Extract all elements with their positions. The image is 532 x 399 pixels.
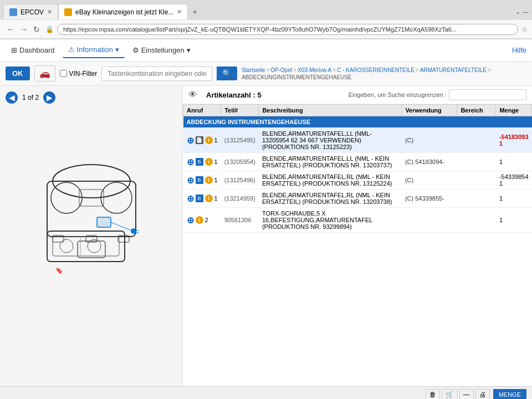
- cart-button[interactable]: 🛒: [442, 389, 458, 399]
- search-narrow: Eingeben, um Suche einzugrenzen :: [349, 89, 526, 100]
- tab-epcov-close[interactable]: ✕: [47, 8, 52, 16]
- row4-add-icon[interactable]: ⊕: [187, 193, 194, 204]
- row4-actions: ⊕ B i 1: [183, 190, 221, 208]
- row2-description: BLENDE,ARMATURENTAFEL,LL (NML - KEIN ERS…: [259, 153, 402, 171]
- svg-line-10: [111, 222, 133, 231]
- section-header-row: ABDECKUNG INSTRUMENTENGEHAEUSE: [183, 116, 532, 128]
- svg-text:C: C: [136, 229, 140, 234]
- trash-button[interactable]: 🗑: [426, 389, 440, 399]
- car-button[interactable]: 🚗: [34, 65, 55, 81]
- search-button[interactable]: 🔍: [217, 66, 237, 80]
- epcov-tab-icon: [9, 8, 17, 16]
- prev-page-button[interactable]: ◀: [6, 91, 18, 104]
- forward-button[interactable]: →: [18, 24, 30, 35]
- pagination: ◀ 1 of 2 ▶: [6, 91, 55, 104]
- svg-text:🔖: 🔖: [55, 267, 63, 274]
- table-row: ⊕ i 2 90561306 TORX-SCHRAUBE,5 X 16,BEFE…: [183, 208, 532, 233]
- new-tab-button[interactable]: +: [188, 5, 201, 18]
- bookmark-icon[interactable]: ☆: [521, 25, 528, 33]
- print-button[interactable]: 🖨: [475, 389, 490, 399]
- information-label: Information: [77, 45, 113, 54]
- row1-info-icon[interactable]: i: [205, 136, 213, 144]
- breadcrumb-opopel[interactable]: OP-Opel: [270, 67, 292, 73]
- tab-ebay[interactable]: eBay Kleinanzeigen ist jetzt Kle... ✕: [58, 4, 188, 19]
- svg-point-16: [60, 239, 73, 253]
- row2-verwendung: (C) 54183094-: [402, 153, 457, 171]
- toolbar: OK 🚗 VIN-Filter 🔍 Startseite > OP-Opel >…: [0, 62, 532, 86]
- next-page-button[interactable]: ▶: [43, 91, 55, 104]
- row2-doc-icon[interactable]: B: [196, 158, 203, 166]
- section-header: ABDECKUNG INSTRUMENTENGEHAEUSE: [183, 116, 532, 128]
- row4-info-icon[interactable]: i: [205, 195, 213, 202]
- hilfe-button[interactable]: Hilfe: [512, 46, 526, 54]
- breadcrumb-armaturen[interactable]: ARMATURENTAFELTEILE: [420, 67, 487, 73]
- tab-controls: ⌄ —: [515, 8, 529, 16]
- nav-information[interactable]: ⚠ Information ▾: [63, 42, 125, 58]
- row5-bereich: [457, 208, 496, 233]
- lock-icon: 🔒: [45, 25, 54, 33]
- breadcrumb-current: ABDECKUNGINSTRUMENTENGEHAEUSE: [242, 74, 351, 80]
- nav-buttons: ← → ↻: [4, 24, 42, 35]
- row2-info-icon[interactable]: i: [205, 158, 213, 166]
- main-content: ◀ 1 of 2 ▶: [0, 86, 532, 386]
- vin-filter: VIN-Filter: [60, 70, 98, 78]
- eye-icon[interactable]: 👁: [188, 90, 197, 100]
- bottom-action-icons: 🗑 🛒 — 🖨: [426, 389, 490, 399]
- row4-menge: 1: [496, 190, 532, 208]
- row3-actions: ⊕ B i 1: [183, 171, 221, 190]
- information-icon: ⚠: [68, 45, 75, 54]
- table-row: ⊕ B i 1 (13125496) BLENDE,ARMATURENTAFEL…: [183, 171, 532, 190]
- row2-add-icon[interactable]: ⊕: [187, 157, 194, 167]
- address-input[interactable]: [57, 24, 518, 35]
- row4-doc-icon[interactable]: B: [196, 195, 203, 202]
- ok-button[interactable]: OK: [6, 66, 30, 80]
- back-button[interactable]: ←: [4, 24, 17, 35]
- col-header-teil: Teil#: [221, 105, 259, 116]
- row3-description: BLENDE,ARMATURENTAFEL,RL (NML - KEIN ERS…: [259, 171, 402, 190]
- row5-qty: 2: [205, 217, 208, 223]
- tab-minimize[interactable]: ⌄: [515, 8, 520, 16]
- row5-verwendung: [402, 208, 457, 233]
- row3-part-number: (13125496): [221, 171, 259, 190]
- reload-button[interactable]: ↻: [31, 24, 42, 35]
- tab-ebay-close[interactable]: ✕: [177, 8, 182, 16]
- row1-qty: 1: [214, 137, 218, 144]
- ebay-tab-icon: [64, 8, 72, 16]
- nav-einstellungen[interactable]: ⚙ Einstellungen ▾: [127, 43, 196, 58]
- row4-part-number: (13214959): [221, 190, 259, 208]
- row4-description: BLENDE,ARMATURENTAFEL,RL (NML - KEIN ERS…: [259, 190, 402, 208]
- row1-add-icon[interactable]: ⊕: [187, 135, 194, 146]
- menge-button[interactable]: MENGE: [493, 389, 526, 399]
- page-info: 1 of 2: [22, 94, 39, 101]
- svg-rect-9: [97, 217, 111, 227]
- row3-menge: -54339854 1: [496, 171, 532, 190]
- narrow-input[interactable]: [449, 89, 526, 100]
- breadcrumb-sep-5: >: [488, 67, 491, 73]
- breadcrumb-x03[interactable]: X03-Meriva-A: [298, 67, 331, 73]
- row1-doc-icon[interactable]: 📄: [196, 136, 203, 144]
- breadcrumb-startseite[interactable]: Startseite: [242, 67, 265, 73]
- row3-add-icon[interactable]: ⊕: [187, 175, 194, 186]
- row5-info-icon[interactable]: i: [196, 216, 203, 224]
- row3-bereich: [457, 171, 496, 190]
- minus-button[interactable]: —: [459, 389, 474, 399]
- row1-verwendung: (C): [402, 128, 457, 153]
- address-bar: ← → ↻ 🔒 ☆: [0, 20, 532, 39]
- breadcrumb-karosse[interactable]: C - KAROSSERIEINNENTEILE: [337, 67, 415, 73]
- tab-close-window[interactable]: —: [523, 8, 529, 16]
- row1-description: BLENDE,ARMATURENTAFEL,LL (NML- 13205954 …: [259, 128, 402, 153]
- information-chevron: ▾: [115, 45, 119, 54]
- tab-epcov[interactable]: EPCOV ✕: [3, 4, 58, 19]
- breadcrumb-sep-1: >: [266, 67, 269, 73]
- row5-part-number: 90561306: [221, 208, 259, 233]
- row1-menge: -54183093 1: [496, 128, 532, 153]
- col-header-bereich: Bereich: [457, 105, 496, 116]
- search-input[interactable]: [101, 66, 212, 81]
- row3-doc-icon[interactable]: B: [196, 176, 203, 184]
- nav-dashboard[interactable]: ⊞ Dashboard: [6, 43, 60, 58]
- app-header: ⊞ Dashboard ⚠ Information ▾ ⚙ Einstellun…: [0, 39, 532, 62]
- row3-info-icon[interactable]: i: [205, 176, 213, 184]
- row5-add-icon[interactable]: ⊕: [187, 215, 194, 226]
- vin-checkbox[interactable]: [60, 70, 67, 77]
- part-svg: C 2 🔖: [25, 115, 158, 281]
